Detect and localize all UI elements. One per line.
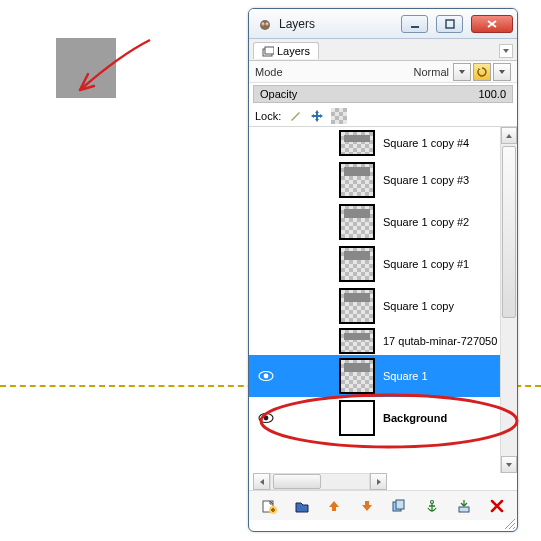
layer-name[interactable]: Square 1 copy #3 — [383, 174, 469, 186]
dock-tab-bar: Layers — [249, 39, 517, 61]
scroll-down-button[interactable] — [501, 456, 517, 473]
opacity-slider[interactable]: Opacity 100.0 — [253, 85, 513, 103]
svg-point-4 — [266, 23, 267, 24]
svg-rect-16 — [271, 509, 275, 511]
reset-icon — [477, 67, 487, 77]
scroll-up-button[interactable] — [501, 127, 517, 144]
lock-alpha-button[interactable] — [331, 108, 347, 124]
eye-icon — [258, 412, 274, 424]
raise-layer-button[interactable] — [323, 495, 345, 517]
opacity-label: Opacity — [260, 88, 297, 100]
layer-row[interactable]: Square 1 copy #1 — [249, 243, 517, 285]
layer-row[interactable]: Square 1 copy #3 — [249, 159, 517, 201]
layer-list: Square 1 copy #4Square 1 copy #3Square 1… — [249, 127, 517, 473]
svg-point-12 — [264, 416, 269, 421]
new-layer-button[interactable] — [258, 495, 280, 517]
layer-thumbnail — [339, 358, 375, 394]
layer-row[interactable]: Square 1 copy — [249, 285, 517, 327]
anchor-layer-icon — [425, 499, 439, 513]
raise-layer-icon — [327, 499, 341, 513]
layer-row[interactable]: Background — [249, 397, 517, 439]
svg-rect-6 — [446, 20, 454, 28]
window-close-button[interactable] — [471, 15, 513, 33]
new-group-button[interactable] — [291, 495, 313, 517]
layer-row[interactable]: Square 1 — [249, 355, 517, 397]
gimp-app-icon — [257, 16, 273, 32]
layer-thumbnail — [339, 204, 375, 240]
move-icon — [310, 109, 324, 123]
merge-down-icon — [456, 498, 472, 514]
merge-down-button[interactable] — [453, 495, 475, 517]
resize-grip-icon[interactable] — [503, 517, 515, 529]
opacity-value: 100.0 — [478, 88, 506, 100]
layer-thumbnail — [339, 246, 375, 282]
tab-menu-button[interactable] — [499, 44, 513, 58]
layer-thumbnail — [339, 400, 375, 436]
delete-layer-button[interactable] — [486, 495, 508, 517]
mode-label: Mode — [255, 66, 283, 78]
brush-icon — [288, 109, 302, 123]
chevron-down-icon — [458, 68, 466, 76]
scroll-right-button[interactable] — [370, 473, 387, 490]
layer-name[interactable]: Square 1 copy #4 — [383, 137, 469, 149]
svg-rect-8 — [265, 47, 274, 54]
svg-rect-5 — [411, 26, 419, 28]
lock-position-button[interactable] — [309, 108, 325, 124]
layers-tab[interactable]: Layers — [253, 42, 319, 59]
layer-row[interactable]: Square 1 copy #2 — [249, 201, 517, 243]
mode-dropdown-button[interactable] — [453, 63, 471, 81]
vertical-scrollbar[interactable] — [500, 127, 517, 473]
scrollbar-thumb[interactable] — [502, 146, 516, 318]
layer-row[interactable]: Square 1 copy #4 — [249, 127, 517, 159]
chevron-down-icon — [498, 68, 506, 76]
svg-point-0 — [260, 20, 270, 30]
add-group-icon — [294, 498, 310, 514]
layer-visibility-toggle[interactable] — [255, 412, 277, 424]
duplicate-layer-button[interactable] — [388, 495, 410, 517]
mode-menu-button[interactable] — [493, 63, 511, 81]
window-maximize-button[interactable] — [436, 15, 463, 33]
lock-row: Lock: — [249, 105, 517, 127]
layer-name[interactable]: 17 qutab-minar-727050 — [383, 335, 497, 347]
lock-label: Lock: — [255, 110, 281, 122]
layer-name[interactable]: Square 1 — [383, 370, 428, 382]
eye-icon — [258, 370, 274, 382]
svg-point-3 — [262, 23, 263, 24]
window-minimize-button[interactable] — [401, 15, 428, 33]
layer-row[interactable]: 17 qutab-minar-727050 — [249, 327, 517, 355]
layer-thumbnail — [339, 130, 375, 156]
mode-value: Normal — [414, 66, 451, 78]
layer-thumbnail — [339, 162, 375, 198]
horizontal-scrollbar[interactable] — [253, 473, 513, 490]
anchor-layer-button[interactable] — [421, 495, 443, 517]
duplicate-layer-icon — [391, 498, 407, 514]
layers-tab-icon — [262, 45, 274, 57]
lower-layer-button[interactable] — [356, 495, 378, 517]
layer-name[interactable]: Square 1 copy #2 — [383, 216, 469, 228]
window-title: Layers — [279, 17, 393, 31]
svg-rect-18 — [396, 500, 404, 509]
scroll-left-button[interactable] — [253, 473, 270, 490]
lock-pixels-button[interactable] — [287, 108, 303, 124]
hscrollbar-thumb[interactable] — [273, 474, 321, 489]
layer-name[interactable]: Background — [383, 412, 447, 424]
delete-layer-icon — [490, 499, 504, 513]
svg-rect-20 — [459, 507, 469, 512]
layer-thumbnail — [339, 328, 375, 354]
layer-name[interactable]: Square 1 copy #1 — [383, 258, 469, 270]
lower-layer-icon — [360, 499, 374, 513]
mode-row: Mode Normal — [249, 61, 517, 83]
svg-point-10 — [264, 374, 269, 379]
layers-tab-label: Layers — [277, 45, 310, 57]
canvas-grey-square — [56, 38, 116, 98]
layers-window: Layers Layers Mode Normal Opacity 100. — [248, 8, 518, 532]
layer-visibility-toggle[interactable] — [255, 370, 277, 382]
layer-name[interactable]: Square 1 copy — [383, 300, 454, 312]
window-titlebar[interactable]: Layers — [249, 9, 517, 39]
layer-toolbar — [249, 490, 517, 520]
layer-thumbnail — [339, 288, 375, 324]
mode-reset-button[interactable] — [473, 63, 491, 81]
new-layer-icon — [261, 498, 277, 514]
